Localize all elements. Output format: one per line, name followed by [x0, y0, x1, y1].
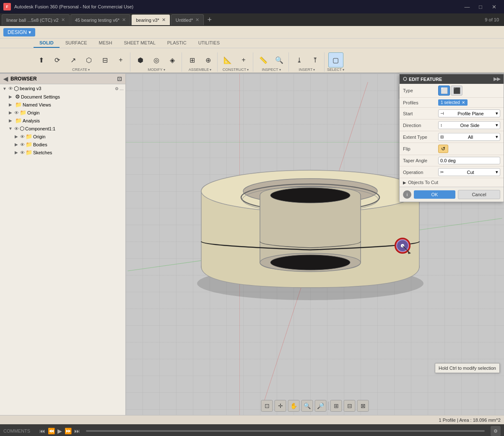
revolve-icon[interactable]: ⟳ [49, 52, 65, 67]
browser-expand-button[interactable]: ⊡ [117, 75, 122, 82]
tree-item-label: Origin [27, 110, 124, 115]
extrude-icon[interactable]: ⬆ [34, 52, 49, 67]
ribbon-tab-surface[interactable]: SURFACE [60, 39, 93, 48]
efp-info-button[interactable]: i [403, 190, 411, 199]
chamfer-icon[interactable]: ◈ [165, 52, 180, 67]
zoom-icon[interactable]: 🔍 [301, 400, 313, 412]
create-label[interactable]: CREATE ▾ [72, 67, 90, 72]
press-pull-icon[interactable]: ⬢ [133, 52, 148, 67]
insert-svg-icon[interactable]: ⤒ [307, 52, 322, 67]
view-options-icon[interactable]: ⊟ [344, 400, 356, 412]
joint-icon[interactable]: ⊕ [200, 52, 216, 67]
ribbon-tab-utilities[interactable]: UTILITIES [192, 39, 226, 48]
construct-label[interactable]: CONSTRUCT ▾ [223, 67, 249, 72]
tab-close-icon[interactable]: ✕ [61, 17, 65, 23]
design-button[interactable]: DESIGN ▾ [3, 28, 35, 36]
chevron-down-icon: ▾ [496, 169, 498, 175]
tab-label: Untitled* [176, 18, 193, 23]
select-icon[interactable]: ▢ [328, 52, 343, 67]
play-button[interactable]: ▶ [57, 428, 62, 434]
go-to-start-button[interactable]: ⏮ [39, 428, 45, 434]
tab-close-icon[interactable]: ✕ [162, 17, 166, 23]
go-to-end-button[interactable]: ⏭ [74, 428, 80, 434]
assemble-label[interactable]: ASSEMBLE ▾ [189, 67, 212, 72]
visibility-icon[interactable]: 👁 [20, 134, 25, 139]
main-area: ◀ BROWSER ⊡ ▼ 👁 ⬡ bearing v3 ⚙ … ▶ ⚙ Doc… [0, 74, 504, 415]
tab-close-icon[interactable]: ✕ [195, 17, 199, 23]
sweep-icon[interactable]: ↗ [65, 52, 81, 67]
tree-item-doc-settings[interactable]: ▶ ⚙ Document Settings [0, 93, 125, 101]
tab-45-bearing[interactable]: 45 bearing testing v6* ✕ [70, 14, 130, 25]
efp-extent-label: Extent Type [403, 135, 436, 140]
close-button[interactable]: ✕ [487, 2, 501, 11]
efp-expand-button[interactable]: ▶▶ [494, 76, 500, 82]
inspect-label[interactable]: INSPECT ▾ [262, 67, 281, 72]
efp-type-btn-1[interactable]: ⬜ [438, 86, 450, 96]
minimize-button[interactable]: — [460, 2, 474, 11]
new-component-icon[interactable]: ⊞ [184, 52, 200, 67]
ribbon-tab-mesh[interactable]: MESH [93, 39, 118, 48]
efp-ok-button[interactable]: OK [414, 190, 455, 199]
fillet-icon[interactable]: ◎ [149, 52, 164, 67]
tab-bearing-v3[interactable]: bearing v3* ✕ [131, 14, 170, 25]
visibility-icon[interactable]: 👁 [20, 142, 25, 147]
insert-mesh-icon[interactable]: ⤓ [291, 52, 307, 67]
efp-operation-select[interactable]: ✂ Cut ▾ [438, 168, 500, 176]
tree-item-analysis[interactable]: ▶ 📁 Analysis [0, 117, 125, 125]
fit-to-window-icon[interactable]: ⊡ [261, 400, 273, 412]
tree-item-bodies[interactable]: ▶ 👁 📁 Bodies [0, 140, 125, 148]
measure-icon[interactable]: 📏 [256, 52, 271, 67]
tree-item-component[interactable]: ▼ 👁 ⬡ Component1:1 [0, 125, 125, 132]
tree-item-origin-sub[interactable]: ▶ 👁 📁 Origin [0, 132, 125, 140]
efp-cancel-button[interactable]: Cancel [458, 190, 500, 199]
grid-display-icon[interactable]: ⊞ [330, 400, 342, 412]
prev-button[interactable]: ⏪ [48, 428, 55, 434]
tree-item-label: bearing v3 [20, 86, 114, 91]
tab-untitled[interactable]: Untitled* ✕ [171, 14, 204, 25]
section-analysis-icon[interactable]: 🔍 [272, 52, 287, 67]
tree-item-named-views[interactable]: ▶ 📁 Named Views [0, 101, 125, 109]
ribbon-tab-plastic[interactable]: PLASTIC [161, 39, 192, 48]
next-button[interactable]: ⏩ [65, 428, 72, 434]
efp-type-btn-2[interactable]: ⬛ [451, 86, 462, 96]
insert-label[interactable]: INSERT ▾ [299, 67, 315, 72]
efp-objects-to-cut-section[interactable]: ▶ Objects To Cut [400, 178, 504, 187]
tree-item-origin[interactable]: ▶ 👁 📁 Origin [0, 109, 125, 117]
loft-icon[interactable]: ⬡ [81, 52, 96, 67]
efp-extent-select[interactable]: ⊟ All ▾ [438, 133, 500, 141]
more-icon[interactable]: … [120, 86, 124, 91]
visibility-icon[interactable]: 👁 [8, 86, 13, 91]
tree-item-sketches[interactable]: ▶ 👁 📁 Sketches [0, 148, 125, 156]
maximize-button[interactable]: □ [474, 2, 487, 11]
tab-linear-ball[interactable]: linear ball ...5x8 (CTC) v2 ✕ [2, 14, 70, 25]
efp-start-select[interactable]: ⊣ Profile Plane ▾ [438, 109, 500, 117]
offset-plane-icon[interactable]: 📐 [220, 52, 235, 67]
timeline-track[interactable] [86, 430, 485, 432]
settings-icon[interactable]: ⚙ [491, 426, 501, 436]
efp-direction-select[interactable]: ↕ One Side ▾ [438, 121, 500, 129]
zoom-window-icon[interactable]: 🔎 [315, 400, 327, 412]
efp-profiles-remove[interactable]: ✕ [462, 100, 465, 105]
modify-label[interactable]: MODIFY ▾ [148, 67, 165, 72]
edit-feature-header: ⬡ EDIT FEATURE ▶▶ [400, 74, 504, 84]
tree-item-bearing-v3[interactable]: ▼ 👁 ⬡ bearing v3 ⚙ … [0, 84, 125, 93]
construct-more-icon[interactable]: + [236, 52, 251, 67]
ribbon-tab-solid[interactable]: SOLID [34, 39, 60, 48]
visibility-icon[interactable]: 👁 [14, 126, 19, 131]
efp-flip-button[interactable]: ↺ [438, 145, 448, 153]
chevron-down-icon: ▾ [496, 111, 498, 116]
tab-add-button[interactable]: + [205, 16, 214, 24]
visibility-icon[interactable]: 👁 [20, 150, 25, 155]
settings-icon[interactable]: ⚙ [115, 86, 119, 91]
browser-collapse-button[interactable]: ◀ [3, 75, 8, 82]
visibility-icon[interactable]: 👁 [14, 110, 19, 115]
efp-taper-input[interactable] [438, 157, 500, 164]
rib-icon[interactable]: ⊟ [97, 52, 112, 67]
create-more-icon[interactable]: + [113, 52, 128, 67]
select-label[interactable]: SELECT ▾ [327, 67, 344, 72]
view-mode-icon[interactable]: ⊠ [357, 400, 369, 412]
tab-close-icon[interactable]: ✕ [122, 17, 126, 23]
pan-icon[interactable]: ✛ [275, 400, 286, 412]
ribbon-tab-sheet-metal[interactable]: SHEET METAL [118, 39, 161, 48]
orbit-icon[interactable]: ✋ [288, 400, 300, 412]
